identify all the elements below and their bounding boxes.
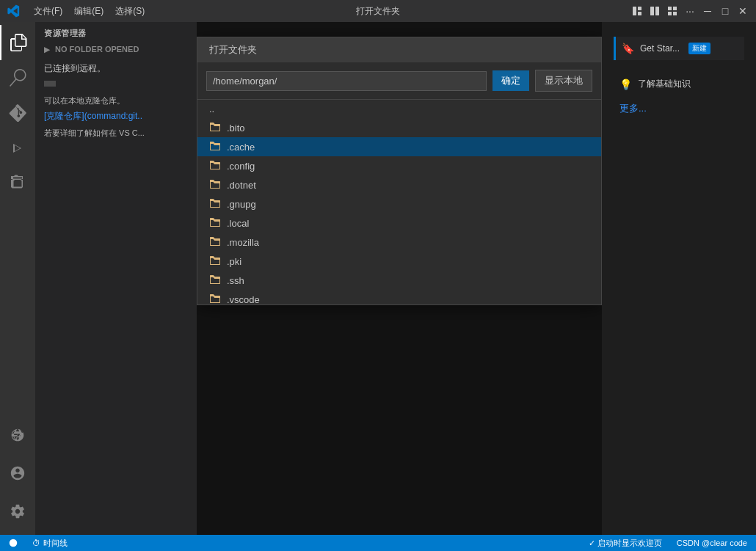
timeline-label: 时间线 bbox=[43, 538, 68, 549]
folder-list-item[interactable]: .mozilla bbox=[197, 233, 601, 252]
folder-list-item[interactable]: .cache bbox=[197, 137, 601, 156]
title-bar-left: 文件(F) 编辑(E) 选择(S) bbox=[7, 4, 149, 19]
right-panel: 🔖 Get Star... 新建 💡 了解基础知识 更多... bbox=[602, 22, 756, 535]
svg-rect-8 bbox=[673, 12, 677, 15]
menu-select[interactable]: 选择(S) bbox=[111, 4, 149, 19]
status-left: ⏱ 时间线 bbox=[6, 538, 70, 549]
folder-icon bbox=[209, 122, 221, 134]
folder-list-item[interactable]: .bito bbox=[197, 118, 601, 137]
close-button[interactable]: ✕ bbox=[737, 5, 749, 17]
menu-edit[interactable]: 编辑(E) bbox=[70, 4, 108, 19]
folder-list-item[interactable]: .gnupg bbox=[197, 194, 601, 214]
sidebar-header: 资源管理器 bbox=[35, 22, 197, 42]
activity-run[interactable] bbox=[0, 131, 35, 166]
timeline-icon: ⏱ bbox=[32, 539, 40, 547]
folder-list-item[interactable]: .ssh bbox=[197, 271, 601, 290]
window-controls: ··· ─ □ ✕ bbox=[631, 5, 749, 17]
svg-rect-5 bbox=[668, 7, 672, 10]
folder-icon bbox=[209, 293, 221, 304]
layout-icon[interactable] bbox=[631, 5, 643, 17]
dialog-overlay: 打开文件夹 确定 显示本地 .. .bito .cache bbox=[197, 22, 602, 535]
svg-rect-3 bbox=[650, 7, 654, 15]
folder-path-input[interactable] bbox=[206, 71, 487, 91]
activity-extensions[interactable] bbox=[0, 166, 35, 201]
main-layout: 资源管理器 ▶ NO FOLDER OPENED 已连接到远程。 可以在本地克隆… bbox=[0, 22, 756, 535]
new-badge: 新建 bbox=[688, 43, 710, 54]
folder-list-item[interactable]: .config bbox=[197, 156, 601, 175]
get-started-card: 🔖 Get Star... 新建 bbox=[614, 37, 744, 60]
menu-file[interactable]: 文件(F) bbox=[29, 4, 67, 19]
dialog-input-row: 确定 显示本地 bbox=[197, 62, 601, 99]
status-bar: ⏱ 时间线 ✓ 启动时显示欢迎页 CSDN @clear code bbox=[0, 535, 756, 551]
activity-search[interactable] bbox=[0, 60, 35, 95]
svg-rect-1 bbox=[638, 7, 641, 10]
csdn-label: CSDN @clear code bbox=[674, 539, 750, 547]
folder-list-item[interactable]: .local bbox=[197, 214, 601, 233]
folder-list-item[interactable]: .pki bbox=[197, 252, 601, 271]
bookmark-icon: 🔖 bbox=[622, 43, 634, 54]
no-folder-label: ▶ NO FOLDER OPENED bbox=[35, 42, 197, 56]
open-folder-dialog: 打开文件夹 确定 显示本地 .. .bito .cache bbox=[197, 37, 602, 305]
clone-info: 可以在本地克隆仓库。 bbox=[44, 95, 188, 107]
grid-icon[interactable] bbox=[666, 5, 678, 17]
split-icon[interactable] bbox=[649, 5, 661, 17]
folder-icon bbox=[209, 141, 221, 153]
folder-list-item[interactable]: .dotnet bbox=[197, 175, 601, 194]
svg-rect-4 bbox=[655, 7, 659, 15]
title-bar: 文件(F) 编辑(E) 选择(S) 打开文件夹 ··· ─ □ ✕ bbox=[0, 0, 756, 22]
learn-basics-card: 💡 了解基础知识 bbox=[614, 72, 744, 96]
connected-text: 已连接到远程。 bbox=[44, 62, 188, 75]
remote-status-icon bbox=[9, 539, 18, 547]
chevron-down-icon: ▶ bbox=[44, 45, 50, 54]
activity-settings[interactable] bbox=[0, 494, 35, 529]
sidebar-content: 已连接到远程。 可以在本地克隆仓库。 [克隆仓库](command:git.. … bbox=[35, 56, 197, 535]
folder-icon bbox=[209, 236, 221, 248]
activity-remote[interactable] bbox=[0, 417, 35, 453]
app-icon bbox=[7, 4, 21, 18]
folder-icon bbox=[209, 198, 221, 210]
activity-bar bbox=[0, 22, 35, 535]
show-welcome-item[interactable]: ✓ 启动时显示欢迎页 bbox=[586, 538, 665, 549]
dialog-title: 打开文件夹 bbox=[209, 43, 257, 56]
minimize-button[interactable]: ─ bbox=[702, 5, 713, 17]
clone-button[interactable] bbox=[44, 81, 56, 87]
folder-icon bbox=[209, 179, 221, 191]
bulb-icon: 💡 bbox=[619, 79, 632, 90]
svg-rect-2 bbox=[638, 12, 641, 15]
activity-explorer[interactable] bbox=[0, 25, 35, 60]
main-content: Visual Studio C ode 开始 打开文件夹... 克隆 Git 仓… bbox=[197, 22, 602, 535]
show-welcome-label: ✓ 启动时显示欢迎页 bbox=[589, 538, 662, 549]
dialog-title-bar: 打开文件夹 bbox=[197, 37, 601, 62]
get-started-label: Get Star... bbox=[640, 43, 680, 54]
local-button[interactable]: 显示本地 bbox=[535, 70, 592, 92]
more-icon[interactable]: ··· bbox=[684, 5, 696, 17]
remote-status[interactable] bbox=[6, 539, 21, 547]
folder-list: .. .bito .cache .config .dotnet bbox=[197, 99, 601, 304]
activity-account[interactable] bbox=[0, 456, 35, 491]
activity-bar-bottom bbox=[0, 417, 35, 535]
right-more-link[interactable]: 更多... bbox=[614, 99, 744, 118]
menu-bar: 文件(F) 编辑(E) 选择(S) bbox=[29, 4, 149, 19]
svg-rect-7 bbox=[668, 12, 672, 15]
folder-icon bbox=[209, 255, 221, 267]
clone-link[interactable]: [克隆仓库](command:git.. bbox=[44, 110, 188, 123]
folder-icon bbox=[209, 274, 221, 286]
svg-rect-0 bbox=[633, 7, 636, 15]
folder-icon bbox=[209, 160, 221, 172]
status-right: ✓ 启动时显示欢迎页 CSDN @clear code bbox=[586, 538, 750, 549]
sidebar: 资源管理器 ▶ NO FOLDER OPENED 已连接到远程。 可以在本地克隆… bbox=[35, 22, 197, 535]
confirm-button[interactable]: 确定 bbox=[493, 70, 529, 91]
svg-rect-6 bbox=[673, 7, 677, 10]
learn-basics-label: 了解基础知识 bbox=[638, 78, 691, 90]
window-title: 打开文件夹 bbox=[356, 5, 400, 18]
sidebar-info: 若要详细了解如何在 VS C... bbox=[44, 127, 188, 139]
maximize-button[interactable]: □ bbox=[719, 5, 731, 17]
timeline-item[interactable]: ⏱ 时间线 bbox=[29, 538, 70, 549]
activity-git[interactable] bbox=[0, 95, 35, 131]
folder-list-item[interactable]: .vscode bbox=[197, 290, 601, 304]
folder-icon bbox=[209, 217, 221, 229]
parent-dir-item[interactable]: .. bbox=[197, 100, 601, 118]
